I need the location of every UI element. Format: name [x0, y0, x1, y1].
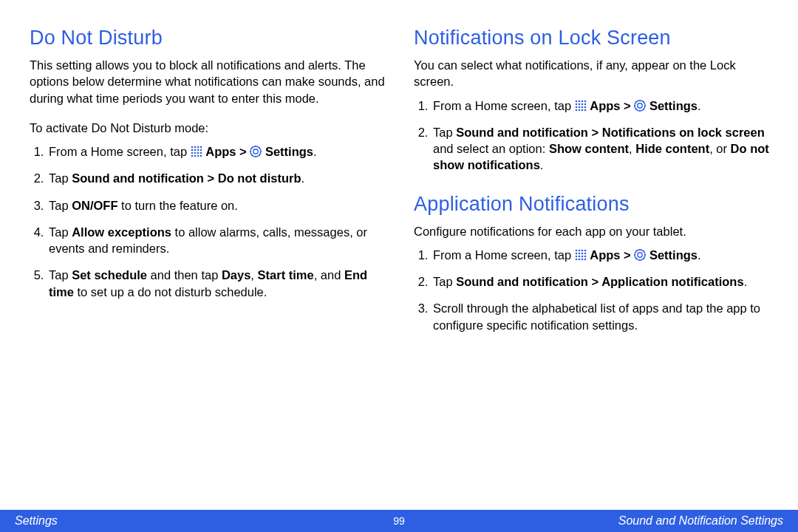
dnd-howto-lead: To activate Do Not Disturb mode: [30, 120, 387, 136]
text: From a Home screen, tap [433, 248, 575, 262]
dnd-step-3: Tap ON/OFF to turn the feature on. [47, 197, 387, 214]
bold: Sound and notification [456, 275, 588, 288]
period: . [313, 145, 317, 158]
gear-icon [634, 248, 646, 260]
text: , or [709, 142, 730, 155]
bold: Sound and notification [72, 171, 204, 185]
text: Tap [49, 171, 72, 185]
text: and then tap [147, 268, 222, 282]
app-step-1: From a Home screen, tap Apps > Settings. [432, 247, 771, 263]
bold: Notifications on lock screen [602, 126, 765, 139]
period: . [698, 99, 701, 112]
settings-label: Settings [265, 145, 313, 158]
dnd-steps: From a Home screen, tap Apps > Settings.… [30, 143, 387, 300]
footer-right: Sound and Notification Settings [618, 514, 783, 528]
section-do-not-disturb: Do Not Disturb This setting allows you t… [30, 27, 387, 300]
arrow: > [204, 171, 218, 185]
text: . [540, 158, 544, 171]
dnd-step-2: Tap Sound and notification > Do not dist… [47, 170, 387, 186]
text: Tap [433, 275, 456, 288]
apps-label: Apps [205, 145, 236, 158]
apps-label: Apps [590, 248, 620, 262]
bold: Start time [258, 268, 314, 282]
app-step-2: Tap Sound and notification > Application… [432, 273, 771, 290]
apps-icon [191, 145, 202, 157]
text: and select an option: [433, 142, 549, 155]
arrow: > [239, 145, 247, 158]
arrow: > [588, 126, 602, 139]
bold: Sound and notification [456, 126, 588, 139]
heading-app-notif: Application Notifications [414, 193, 771, 216]
text: Tap [433, 126, 456, 139]
text: , [629, 142, 635, 155]
text: , and [314, 268, 344, 282]
settings-label: Settings [649, 248, 698, 262]
text: , [250, 268, 257, 282]
text: Tap [49, 268, 72, 282]
lockscreen-steps: From a Home screen, tap Apps > Settings.… [414, 98, 771, 174]
period: . [301, 171, 304, 185]
app-notif-steps: From a Home screen, tap Apps > Settings.… [414, 247, 771, 333]
text: . [744, 275, 748, 288]
bold: Application notifications [601, 275, 744, 288]
bold: ON/OFF [72, 199, 117, 212]
text: From a Home screen, tap [49, 145, 191, 158]
arrow: > [588, 275, 601, 288]
apps-icon [575, 248, 587, 260]
dnd-intro: This setting allows you to block all not… [30, 57, 387, 106]
app-step-3: Scroll through the alphabetical list of … [432, 300, 771, 333]
dnd-step-1: From a Home screen, tap Apps > Settings. [47, 143, 387, 160]
footer-left: Settings [15, 514, 58, 528]
right-column: Notifications on Lock Screen You can sel… [414, 27, 771, 495]
text: to turn the feature on. [118, 199, 238, 212]
settings-label: Settings [649, 99, 698, 112]
lockscreen-intro: You can select what notifications, if an… [414, 57, 771, 90]
page-number: 99 [393, 515, 405, 527]
arrow: > [624, 248, 631, 262]
manual-page: Do Not Disturb This setting allows you t… [0, 0, 798, 532]
left-column: Do Not Disturb This setting allows you t… [30, 27, 387, 495]
bold: Do not disturb [218, 171, 301, 185]
page-footer: Settings 99 Sound and Notification Setti… [0, 510, 798, 532]
dnd-step-4: Tap Allow exceptions to allow alarms, ca… [47, 224, 387, 257]
heading-dnd: Do Not Disturb [30, 27, 387, 50]
bold: Show content [549, 142, 629, 155]
bold: Allow exceptions [72, 225, 171, 239]
text: Tap [49, 199, 72, 212]
bold: Hide content [635, 142, 709, 155]
gear-icon [250, 145, 262, 157]
lock-step-2: Tap Sound and notification > Notificatio… [432, 124, 771, 174]
arrow: > [624, 99, 631, 112]
apps-icon [575, 99, 587, 111]
app-notif-intro: Configure notifications for each app on … [414, 223, 771, 239]
text: to set up a do not disturb schedule. [74, 285, 267, 299]
bold: Set schedule [72, 268, 147, 282]
text: From a Home screen, tap [433, 99, 575, 112]
heading-lockscreen: Notifications on Lock Screen [414, 27, 771, 50]
section-app-notifications: Application Notifications Configure noti… [414, 193, 771, 333]
bold: Days [222, 268, 250, 282]
apps-label: Apps [590, 99, 620, 112]
text: Tap [49, 225, 72, 239]
period: . [698, 248, 701, 262]
section-lock-screen: Notifications on Lock Screen You can sel… [414, 27, 771, 174]
dnd-step-5: Tap Set schedule and then tap Days, Star… [47, 267, 387, 300]
lock-step-1: From a Home screen, tap Apps > Settings. [432, 98, 771, 114]
two-column-layout: Do Not Disturb This setting allows you t… [0, 0, 798, 495]
gear-icon [634, 99, 646, 111]
